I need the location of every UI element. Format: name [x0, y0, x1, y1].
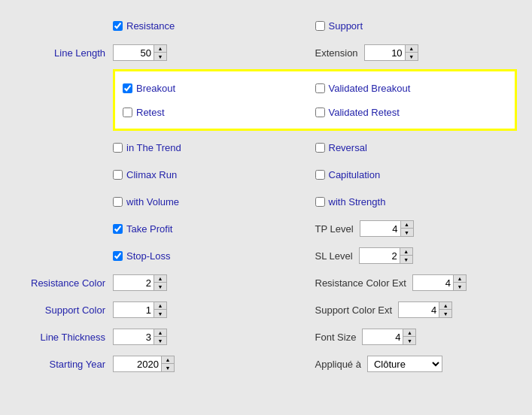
- starting-year-spin-btns: ▲ ▼: [162, 356, 175, 372]
- line-thickness-spin-up[interactable]: ▲: [154, 329, 166, 337]
- starting-year-spin-down[interactable]: ▼: [162, 364, 174, 371]
- take-profit-checkbox[interactable]: [113, 224, 123, 234]
- font-size-input[interactable]: 4: [362, 329, 403, 345]
- climax-checkbox-label[interactable]: Climax Run: [113, 169, 177, 180]
- support-color-spin-down[interactable]: ▼: [154, 310, 166, 317]
- support-checkbox[interactable]: [315, 21, 325, 31]
- stop-loss-col: Stop-Loss: [113, 250, 315, 262]
- form-container: Resistance Support Line Length 50 ▲ ▼ Ex…: [15, 8, 517, 388]
- font-size-spin-down[interactable]: ▼: [403, 337, 415, 344]
- resistance-color-label: Resistance Color: [15, 277, 113, 289]
- applique-label: Appliqué à: [315, 359, 361, 370]
- starting-year-input[interactable]: 2020: [113, 356, 162, 372]
- capitulation-checkbox[interactable]: [315, 170, 325, 180]
- retest-checkbox[interactable]: [123, 108, 132, 117]
- line-thickness-spinbox[interactable]: 3 ▲ ▼: [113, 329, 167, 345]
- support-color-spin-up[interactable]: ▲: [154, 302, 166, 310]
- support-color-spin-btns: ▲ ▼: [154, 301, 167, 318]
- climax-capitulation-row: Climax Run Capitulation: [15, 164, 517, 185]
- climax-checkbox[interactable]: [113, 170, 123, 180]
- resistance-color-spin-down[interactable]: ▼: [154, 283, 166, 290]
- font-size-spin-up[interactable]: ▲: [403, 329, 415, 337]
- sl-level-spinbox[interactable]: 2 ▲ ▼: [359, 247, 413, 264]
- sl-level-spin-up[interactable]: ▲: [400, 248, 412, 256]
- starting-year-label: Starting Year: [15, 359, 113, 370]
- support-col: Support: [315, 20, 518, 32]
- tp-level-input[interactable]: 4: [360, 220, 401, 237]
- resistance-color-ext-input[interactable]: 4: [412, 274, 454, 291]
- breakout-checkbox-label[interactable]: Breakout: [123, 83, 175, 94]
- resistance-checkbox-label[interactable]: Resistance: [113, 20, 175, 32]
- validated-retest-checkbox-label[interactable]: Validated Retest: [315, 107, 400, 118]
- line-thickness-spin-btns: ▲ ▼: [154, 329, 167, 345]
- extension-spinbox[interactable]: 10 ▲ ▼: [364, 44, 418, 61]
- validated-breakout-checkbox-label[interactable]: Validated Breakout: [315, 83, 411, 94]
- resistance-color-spinbox[interactable]: 2 ▲ ▼: [113, 274, 167, 291]
- resistance-color-ext-spinbox[interactable]: 4 ▲ ▼: [412, 274, 467, 291]
- line-length-spin-up[interactable]: ▲: [154, 45, 166, 53]
- volume-checkbox[interactable]: [113, 197, 123, 207]
- resistance-color-ext-spin-up[interactable]: ▲: [454, 275, 466, 283]
- reversal-checkbox-label[interactable]: Reversal: [315, 142, 367, 153]
- support-color-row: Support Color 1 ▲ ▼ Support Color Ext 4 …: [15, 299, 517, 320]
- take-profit-checkbox-label[interactable]: Take Profit: [113, 223, 172, 235]
- extension-spin-down[interactable]: ▼: [406, 53, 418, 60]
- sl-level-spin-down[interactable]: ▼: [400, 256, 412, 263]
- trend-text: in The Trend: [126, 142, 181, 153]
- strength-text: with Strength: [329, 196, 386, 208]
- volume-checkbox-label[interactable]: with Volume: [113, 196, 179, 208]
- retest-text: Retest: [136, 107, 165, 118]
- resistance-color-spin-btns: ▲ ▼: [154, 274, 167, 291]
- line-length-spinbox[interactable]: 50 ▲ ▼: [113, 44, 167, 61]
- stop-loss-checkbox[interactable]: [113, 251, 123, 261]
- resistance-color-spin-up[interactable]: ▲: [154, 275, 166, 283]
- line-length-input[interactable]: 50: [113, 44, 154, 61]
- tp-level-spinbox[interactable]: 4 ▲ ▼: [360, 220, 414, 237]
- line-thickness-col: 3 ▲ ▼: [113, 329, 315, 345]
- starting-year-spinbox[interactable]: 2020 ▲ ▼: [113, 356, 175, 372]
- extension-input[interactable]: 10: [364, 44, 406, 61]
- stop-loss-checkbox-label[interactable]: Stop-Loss: [113, 250, 171, 262]
- sl-level-input[interactable]: 2: [359, 247, 400, 264]
- starting-year-col: 2020 ▲ ▼: [113, 356, 315, 372]
- line-thickness-input[interactable]: 3: [113, 329, 154, 345]
- validated-retest-checkbox[interactable]: [315, 108, 325, 117]
- starting-year-spin-up[interactable]: ▲: [162, 356, 174, 364]
- support-color-spinbox[interactable]: 1 ▲ ▼: [113, 301, 167, 318]
- trend-checkbox-label[interactable]: in The Trend: [113, 142, 181, 153]
- font-size-spinbox[interactable]: 4 ▲ ▼: [362, 329, 416, 345]
- support-color-input[interactable]: 1: [113, 301, 154, 318]
- breakout-checkbox[interactable]: [123, 83, 132, 93]
- applique-select[interactable]: Clôture Ouverture Haut Bas: [367, 356, 442, 372]
- capitulation-checkbox-label[interactable]: Capitulation: [315, 169, 381, 180]
- support-color-ext-spin-up[interactable]: ▲: [439, 302, 451, 310]
- resistance-checkbox[interactable]: [113, 21, 123, 31]
- line-length-spin-btns: ▲ ▼: [154, 44, 167, 61]
- support-color-ext-spinbox[interactable]: 4 ▲ ▼: [398, 301, 452, 318]
- strength-checkbox-label[interactable]: with Strength: [315, 196, 386, 208]
- resistance-color-ext-spin-btns: ▲ ▼: [454, 274, 467, 291]
- line-length-spin-down[interactable]: ▼: [154, 53, 166, 60]
- tp-level-spin-up[interactable]: ▲: [401, 221, 413, 229]
- font-size-spin-btns: ▲ ▼: [403, 329, 416, 345]
- tp-level-col: TP Level 4 ▲ ▼: [315, 220, 518, 237]
- validated-breakout-checkbox[interactable]: [315, 83, 325, 93]
- extension-spin-up[interactable]: ▲: [406, 45, 418, 53]
- resistance-color-ext-spin-down[interactable]: ▼: [454, 283, 466, 290]
- resistance-color-input[interactable]: 2: [113, 274, 154, 291]
- stop-loss-row: Stop-Loss SL Level 2 ▲ ▼: [15, 245, 517, 266]
- support-color-ext-spin-down[interactable]: ▼: [439, 310, 451, 317]
- tp-level-spin-down[interactable]: ▼: [401, 229, 413, 236]
- retest-checkbox-label[interactable]: Retest: [123, 107, 165, 118]
- take-profit-row: Take Profit TP Level 4 ▲ ▼: [15, 218, 517, 239]
- support-checkbox-label[interactable]: Support: [315, 20, 363, 32]
- sl-level-spin-btns: ▲ ▼: [400, 247, 413, 264]
- trend-checkbox[interactable]: [113, 143, 123, 153]
- support-color-ext-input[interactable]: 4: [398, 301, 439, 318]
- tp-level-spin-btns: ▲ ▼: [401, 220, 414, 237]
- take-profit-col: Take Profit: [113, 223, 315, 235]
- extension-col: Extension 10 ▲ ▼: [315, 44, 518, 61]
- reversal-checkbox[interactable]: [315, 143, 325, 153]
- line-thickness-spin-down[interactable]: ▼: [154, 337, 166, 344]
- strength-checkbox[interactable]: [315, 197, 325, 207]
